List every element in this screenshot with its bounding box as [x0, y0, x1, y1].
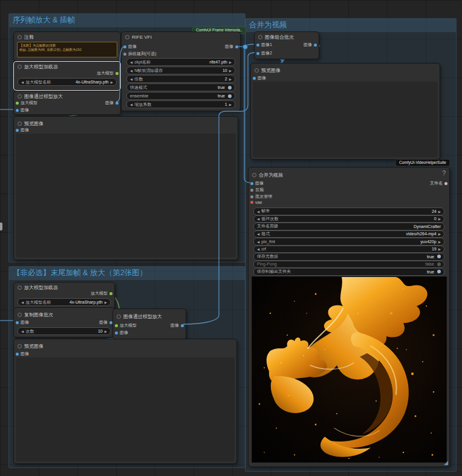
port-dot[interactable] [250, 195, 253, 198]
reroute-dot[interactable] [242, 44, 248, 50]
input-upscale-model-port[interactable]: 放大模型 [16, 100, 37, 106]
port-dot[interactable] [16, 109, 19, 112]
input-image-port[interactable]: 图像 [16, 351, 29, 357]
input-upscale-model-port[interactable]: 放大模型 [115, 322, 137, 328]
group-seq-title[interactable]: 序列帧放大 & 插帧 [9, 14, 245, 27]
output-filename-port[interactable]: 文件名 [430, 180, 447, 186]
port-dot[interactable] [16, 129, 19, 132]
widget-ckpt-name[interactable]: ckpt名称 rife47.pth [126, 58, 235, 66]
widget-multiplier[interactable]: 倍数 2 [126, 75, 235, 83]
arrow-right-icon[interactable] [438, 240, 441, 244]
arrow-left-icon[interactable] [257, 240, 259, 244]
widget-loop-count[interactable]: 循环次数 0 [253, 215, 444, 223]
node-video-combine[interactable]: 合并为视频 ? 图像 文件名 音频 批次管理 vae 帧率 24 循环次数 0 [248, 167, 450, 467]
input-batch-manager-port[interactable]: 批次管理 [250, 194, 272, 200]
node-image-batch-combine[interactable]: 图像组合批次 图像1 图像 图像2 [254, 31, 319, 59]
widget-scale-factor[interactable]: 缩放系数 1 [126, 100, 235, 108]
widget-pingpong-toggle[interactable]: Ping-Pong false [253, 261, 444, 269]
port-dot[interactable] [123, 45, 126, 48]
port-dot[interactable] [16, 102, 19, 105]
arrow-right-icon[interactable] [111, 80, 113, 84]
input-image-port[interactable]: 图像 [250, 180, 264, 186]
widget-crf[interactable]: crf 19 [253, 246, 444, 253]
port-dot[interactable] [123, 53, 126, 56]
node-upscale-image-top[interactable]: 图像通过模型放大 放大模型 图像 图像 [13, 91, 121, 115]
port-dot[interactable] [253, 77, 256, 80]
output-image-port[interactable]: 图像 [225, 44, 238, 50]
arrow-right-icon[interactable] [438, 232, 441, 236]
widget-pix-fmt[interactable]: pix_fmt yuv420p [253, 238, 444, 246]
note-textarea[interactable]: 【系数】为总帧数的倍数 例如, 总帧数为96, 系数(2倍), 总帧数为192 [17, 42, 117, 57]
port-dot[interactable] [115, 324, 118, 327]
input-audio-port[interactable]: 音频 [250, 187, 264, 193]
port-dot[interactable] [250, 201, 253, 204]
widget-filename-prefix[interactable]: 文件名前缀 DynamiCrafter [253, 223, 444, 230]
widget-upscale-model-name[interactable]: 放大模型名称 4x-UltraSharp.pth [18, 78, 117, 86]
input-image-port[interactable]: 图像 [123, 44, 137, 50]
toggle-knob-icon[interactable] [437, 270, 441, 273]
arrow-left-icon[interactable] [21, 80, 24, 84]
node-upscale-loader-top[interactable]: 放大模型加载器 放大模型 放大模型名称 4x-UltraSharp.pth [13, 61, 121, 91]
widget-save-output-toggle[interactable]: 保存到输出文件夹 true [253, 268, 444, 276]
collapse-icon[interactable] [18, 313, 22, 317]
arrow-left-icon[interactable] [21, 329, 24, 333]
output-image-port[interactable]: 图像 [105, 100, 119, 106]
arrow-left-icon[interactable] [257, 209, 259, 214]
widget-repeat-count[interactable]: 次数 10 [18, 327, 111, 335]
node-upscale-loader-tail[interactable]: 放大模型加载器 放大模型 放大模型名称 4x-UltraSharp.pth [13, 282, 115, 310]
port-dot[interactable] [116, 72, 119, 75]
help-icon[interactable]: ? [442, 170, 446, 177]
port-dot[interactable] [250, 189, 253, 192]
node-upscale-image-tail[interactable]: 图像通过模型放大 放大模型 图像 图像 [112, 308, 186, 340]
collapse-icon[interactable] [18, 65, 22, 69]
group-tail-title[interactable]: 【非必选】末尾加帧 & 放大（第2张图） [9, 267, 245, 280]
arrow-left-icon[interactable] [130, 102, 132, 106]
toggle-knob-icon[interactable] [437, 255, 441, 258]
collapse-icon[interactable] [255, 68, 259, 73]
arrow-right-icon[interactable] [438, 247, 441, 251]
widget-save-metadata-toggle[interactable]: 保存元数据 true [253, 253, 444, 261]
collapse-icon[interactable] [258, 35, 262, 39]
arrow-right-icon[interactable] [438, 209, 441, 214]
input-image-port[interactable]: 图像 [115, 330, 128, 336]
node-preview-top[interactable]: 预览图像 图像 [13, 116, 238, 260]
output-upscale-model-port[interactable]: 放大模型 [91, 290, 112, 296]
widget-ensemble-toggle[interactable]: ensemble true [126, 92, 235, 100]
port-dot[interactable] [115, 331, 118, 334]
widget-format[interactable]: 格式 video/h264-mp4 [253, 230, 444, 238]
port-dot[interactable] [256, 52, 259, 55]
output-image-port[interactable]: 图像 [99, 319, 112, 325]
node-preview-merge[interactable]: 预览图像 图像 [250, 63, 440, 160]
input-image-port[interactable]: 图像 [16, 319, 29, 325]
arrow-right-icon[interactable] [229, 77, 232, 81]
port-dot[interactable] [250, 182, 253, 185]
widget-clear-cache[interactable]: N帧后清除缓存 10 [126, 67, 235, 74]
arrow-left-icon[interactable] [21, 300, 24, 304]
node-rife-vfi[interactable]: RIFE VFI 图像 图像 插值规则(可选) ckpt名称 rife47.pt… [121, 31, 241, 111]
input-image-port[interactable]: 图像 [16, 127, 29, 133]
arrow-left-icon[interactable] [257, 217, 259, 221]
arrow-left-icon[interactable] [130, 77, 132, 81]
output-image-port[interactable]: 图像 [171, 322, 184, 328]
port-dot[interactable] [16, 321, 19, 324]
offscreen-node-edge[interactable] [0, 223, 2, 230]
collapse-icon[interactable] [125, 35, 129, 39]
port-dot[interactable] [16, 353, 19, 356]
toggle-knob-icon[interactable] [228, 94, 232, 98]
port-dot[interactable] [116, 102, 119, 105]
node-note[interactable]: 注释 【系数】为总帧数的倍数 例如, 总帧数为96, 系数(2倍), 总帧数为1… [13, 31, 121, 61]
collapse-icon[interactable] [18, 285, 22, 290]
node-repeat-image-batch[interactable]: 复制图像批次 图像 图像 次数 10 [13, 307, 115, 337]
output-upscale-model-port[interactable]: 放大模型 [97, 70, 119, 76]
input-optional-interpolation-port[interactable]: 插值规则(可选) [123, 51, 157, 57]
port-dot[interactable] [181, 324, 184, 327]
output-image-port[interactable]: 图像 [304, 42, 317, 48]
toggle-knob-icon[interactable] [437, 262, 441, 266]
collapse-icon[interactable] [252, 173, 256, 177]
input-image-port[interactable]: 图像 [253, 75, 266, 81]
toggle-knob-icon[interactable] [228, 86, 232, 90]
collapse-icon[interactable] [18, 94, 22, 99]
resize-handle[interactable] [444, 461, 448, 465]
arrow-right-icon[interactable] [105, 329, 107, 333]
port-dot[interactable] [314, 44, 317, 47]
